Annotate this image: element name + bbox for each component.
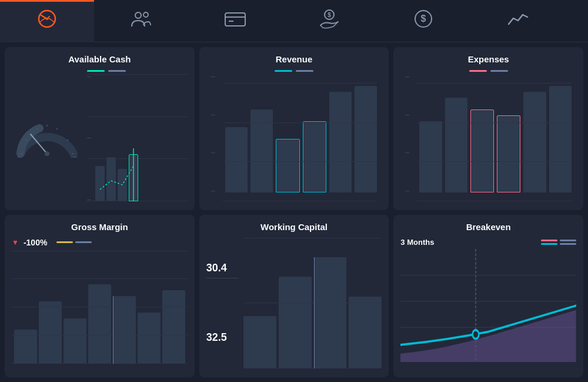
working-capital-card: Working Capital 30.4 32.5 (199, 215, 389, 378)
rev-bar-group (225, 74, 377, 192)
ey-4: — (405, 188, 417, 192)
rev-bar-1 (225, 127, 248, 192)
ey-3: — (405, 150, 417, 154)
legend-previous (108, 70, 126, 72)
revenue-card: Revenue — — — — (199, 47, 389, 210)
svg-text:100: 100 (71, 156, 78, 158)
dashboard-icon (36, 8, 58, 34)
gm-legend (56, 241, 187, 243)
wc-number-1: 30.4 (206, 262, 239, 274)
legend-gray2 (490, 70, 508, 72)
ry-3: — (211, 150, 223, 154)
wc-bar-3 (314, 257, 347, 368)
gm-bar-7 (162, 290, 185, 364)
gross-margin-title: Gross Margin (12, 222, 188, 232)
available-cash-title: Available Cash (12, 54, 188, 64)
available-cash-content: 0 100 (12, 70, 188, 201)
cash-chart: — — — (87, 74, 188, 201)
rev-bar-2 (250, 109, 273, 192)
gm-bar-2 (39, 301, 62, 364)
gm-legend-yellow (56, 241, 73, 243)
expenses-content: — — — — (400, 70, 576, 201)
gm-bar-6 (138, 313, 161, 364)
be-line-gray (560, 240, 576, 241)
wc-number-2: 32.5 (206, 331, 239, 344)
nav-item-dashboard[interactable] (0, 0, 94, 42)
gross-margin-percent: -100% (24, 238, 47, 247)
analytics-icon (506, 10, 529, 32)
ey-1: — (405, 74, 417, 78)
svg-text:$: $ (328, 12, 331, 18)
gm-bar-1 (14, 330, 37, 364)
revenue-content: — — — — (206, 70, 382, 201)
revenue-legend (206, 70, 382, 72)
gm-bar-5 (113, 296, 136, 364)
y-labels: — — — (87, 74, 91, 201)
gross-margin-header: ▼ -100% (12, 238, 188, 247)
wc-values: 30.4 32.5 (206, 238, 239, 369)
gross-margin-card: Gross Margin ▼ -100% (5, 215, 195, 378)
exp-bar-group (419, 74, 572, 192)
ey-2: — (405, 112, 417, 117)
trend-line (95, 148, 142, 201)
be-line-cyan (541, 243, 557, 245)
nav-item-people[interactable] (94, 0, 188, 42)
expenses-card: Expenses — — — — (393, 47, 583, 210)
wc-bar-4 (349, 297, 382, 368)
expenses-legend (400, 70, 576, 72)
wc-chart (243, 238, 382, 369)
breakeven-header: 3 Months (400, 238, 576, 247)
gauge-chart: 0 100 (12, 114, 82, 158)
svg-point-27 (473, 330, 479, 338)
y-label-mid: — (87, 135, 91, 139)
months-label: 3 Months (400, 238, 434, 247)
legend-pink (469, 70, 487, 72)
exp-bar-5 (523, 92, 546, 192)
be-line-pink (541, 240, 557, 241)
money-hand-icon: $ (318, 9, 340, 33)
down-arrow-icon: ▼ (12, 238, 19, 247)
available-cash-card: Available Cash (5, 47, 195, 210)
svg-rect-4 (225, 13, 245, 26)
breakeven-card: Breakeven 3 Months (393, 215, 583, 378)
y-label-top: — (87, 74, 91, 78)
be-line-gray2 (560, 243, 576, 245)
revenue-bars: — — — — (206, 74, 382, 192)
y-label-bot: — (87, 197, 91, 201)
cash-bar-area: — — — (87, 70, 188, 201)
exp-y-axis: — — — — (405, 74, 417, 192)
bar-group (87, 74, 188, 201)
gm-chart (12, 251, 188, 364)
ry-2: — (211, 112, 223, 117)
ry-4: — (211, 188, 223, 192)
wc-value-1: 30.4 (206, 262, 239, 282)
nav-item-dollar[interactable]: $ (376, 0, 470, 42)
be-legend-2 (541, 243, 576, 245)
svg-text:$: $ (421, 14, 426, 24)
expenses-bars: — — — — (400, 74, 576, 192)
expenses-title: Expenses (400, 54, 576, 64)
exp-bar-4 (497, 115, 520, 192)
svg-point-19 (45, 151, 49, 156)
working-capital-title: Working Capital (206, 222, 382, 232)
nav-item-card[interactable] (188, 0, 282, 42)
rev-bar-4 (303, 121, 326, 192)
gm-legend-gray (75, 241, 92, 243)
breakeven-title: Breakeven (400, 222, 576, 232)
wc-bars (243, 238, 382, 369)
exp-bar-1 (419, 121, 442, 192)
svg-text:0: 0 (18, 156, 20, 158)
be-legend-1 (541, 240, 576, 241)
nav-item-analytics[interactable] (470, 0, 564, 42)
be-svg (400, 249, 576, 363)
be-legend (541, 240, 576, 245)
revenue-y-axis: — — — — (211, 74, 223, 192)
people-icon (131, 10, 152, 32)
svg-point-2 (135, 12, 141, 18)
wc-divider (206, 278, 239, 278)
legend-gray (296, 70, 313, 72)
nav-item-money[interactable]: $ (282, 0, 376, 42)
top-nav: $ $ (0, 0, 588, 42)
rev-bar-3 (276, 139, 299, 192)
legend-current (87, 70, 105, 72)
